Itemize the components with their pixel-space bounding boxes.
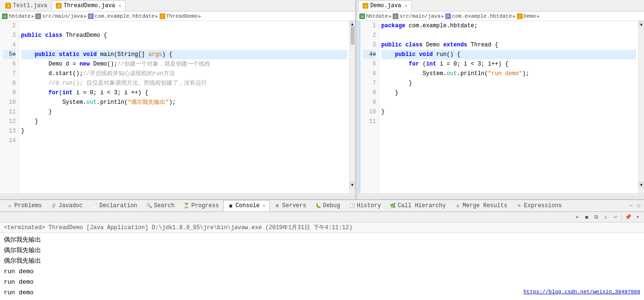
maximize-panel-btn[interactable]: □ (635, 202, 642, 209)
tab-demo-label: Demo.java (370, 2, 401, 9)
left-code-content[interactable]: public class ThreadDemo { public static … (19, 21, 349, 193)
tab-console-close[interactable]: ✕ (263, 203, 266, 209)
breadcrumb-class[interactable]: ThreadDemo (166, 13, 198, 19)
pin-btn[interactable]: 📌 (624, 213, 633, 222)
console-line-text: 偶尔我先输出 (4, 245, 41, 256)
left-scrollbar-y[interactable]: ▲ ▼ (349, 21, 355, 193)
scroll-thumb[interactable] (351, 26, 354, 45)
code-line: d.start();//开启线程并知心该线程的run方法 (21, 69, 347, 78)
line-num: 9 (363, 98, 376, 107)
tab-demo[interactable]: J Demo.java ✕ (358, 0, 412, 11)
scroll-down-btn[interactable]: ▼ (639, 182, 644, 188)
code-line (381, 98, 636, 107)
right-scrollbar-y[interactable]: ▲ ▼ (638, 21, 644, 193)
tab-demo-close[interactable]: ✕ (405, 3, 408, 9)
line-num: 9 (3, 88, 16, 98)
tab-mergeresults[interactable]: ⚓ Merge Results (450, 200, 512, 211)
breadcrumb-root-icon: H (2, 13, 8, 19)
tab-mergeresults-label: Merge Results (462, 202, 507, 209)
tab-threaddemo[interactable]: J ThreadDemo.java ✕ (52, 0, 126, 11)
minimize-panel-btn[interactable]: ─ (628, 202, 634, 209)
tab-progress[interactable]: ⏳ Progress (179, 200, 223, 211)
console-line: run demo (4, 267, 640, 277)
line-num: 2 (363, 31, 376, 40)
breadcrumb-sep3: ▶ (156, 13, 159, 19)
tab-servers-label: Servers (282, 202, 306, 209)
line-num: 14 (3, 136, 16, 145)
left-line-numbers: 2 3 4 5⊕ 6 7 8 9 10 11 12 13 14 (0, 21, 19, 193)
tab-callhierarchy[interactable]: 🌿 Call Hierarchy (385, 200, 450, 211)
tab-search[interactable]: 🔍 Search (141, 200, 179, 211)
left-breadcrumb: H hbtdate ▶ S src/main/java ▶ P com.exam… (0, 11, 355, 21)
tab-servers[interactable]: ⚙ Servers (270, 200, 311, 211)
console-header-text: <terminated> ThreadDemo [Java Applicatio… (4, 223, 353, 232)
csdn-link[interactable]: https://blog.csdn.net/weixin_39497088 (524, 287, 640, 297)
view-menu-btn[interactable]: ▾ (633, 213, 642, 222)
line-num: 12 (3, 117, 16, 126)
copy-btn[interactable]: ⧉ (592, 213, 601, 222)
breadcrumb-sep3: ▶ (513, 13, 516, 19)
console-line: 偶尔我先输出 (4, 245, 640, 256)
scroll-up-btn[interactable]: ▲ (639, 21, 644, 27)
tab-declaration[interactable]: 📄 Declaration (87, 200, 141, 211)
console-line-text: run demo (4, 267, 33, 277)
scroll-down-btn[interactable]: ▼ (350, 182, 355, 188)
tab-javadoc[interactable]: @ Javadoc (46, 200, 87, 211)
svg-text:J: J (7, 4, 9, 8)
scroll-lock-btn[interactable]: ⇓ (601, 213, 610, 222)
tab-console[interactable]: ▣ Console ✕ (223, 200, 269, 211)
tab-test1[interactable]: J Test1.java (1, 0, 52, 11)
word-wrap-btn[interactable]: ⏎ (611, 213, 620, 222)
left-editor-pane: J Test1.java J ThreadDemo.java ✕ H hbtda… (0, 0, 355, 199)
code-line: for (int i = 0; i < 3; i++) { (381, 59, 636, 69)
breadcrumb-src[interactable]: src/main/java (42, 13, 83, 19)
breadcrumb-item[interactable]: hbtdate (9, 13, 31, 19)
java-icon: J (5, 3, 11, 9)
tab-test1-label: Test1.java (13, 2, 47, 9)
code-line: System.out.println("run demo"); (381, 69, 636, 78)
svg-text:P: P (90, 15, 92, 19)
tab-problems[interactable]: ⚠ Problems (2, 200, 46, 211)
progress-icon: ⏳ (183, 202, 190, 209)
code-line (21, 136, 347, 145)
code-line-active: public void run() { (381, 50, 636, 59)
code-line (381, 117, 636, 126)
code-line: } (381, 78, 636, 88)
console-line-text: 偶尔我先输出 (4, 256, 41, 267)
svg-text:C: C (518, 15, 520, 19)
tab-javadoc-label: Javadoc (59, 202, 83, 209)
tab-expressions[interactable]: ✎ Expressions (512, 200, 566, 211)
breadcrumb-pkg[interactable]: com.example.hbtdate (95, 13, 154, 19)
clear-console-btn[interactable]: ✕ (573, 213, 581, 222)
stop-btn[interactable]: ◼ (582, 213, 591, 222)
left-tab-bar: J Test1.java J ThreadDemo.java ✕ (0, 0, 355, 11)
breadcrumb-root-icon: H (359, 13, 365, 19)
problems-icon: ⚠ (6, 202, 13, 209)
tab-threaddemo-close[interactable]: ✕ (118, 3, 121, 9)
console-output[interactable]: 偶尔我先输出 偶尔我先输出 偶尔我先输出 run demo run demo r… (0, 233, 644, 300)
right-editor-pane: J Demo.java ✕ H hbtdate ▶ S src/main/jav… (357, 0, 644, 199)
left-scrollbar-x[interactable] (0, 193, 355, 199)
breadcrumb-hbtdate[interactable]: hbtdate (366, 13, 388, 19)
tab-history[interactable]: 🕐 History (344, 200, 385, 211)
code-line: } (21, 107, 347, 117)
code-line-active: public static void main(String[] args) { (21, 50, 347, 59)
code-line: package com.example.hbtdate; (381, 21, 636, 31)
tab-threaddemo-label: ThreadDemo.java (64, 2, 115, 9)
right-breadcrumb: H hbtdate ▶ S src/main/java ▶ P com.exam… (357, 11, 644, 21)
line-num-active: 4⊕ (363, 50, 376, 59)
right-scrollbar-x[interactable] (357, 193, 644, 199)
tab-debug[interactable]: 🐛 Debug (311, 200, 344, 211)
line-num: 6 (3, 59, 16, 69)
right-tab-bar: J Demo.java ✕ (357, 0, 644, 11)
breadcrumb-demo[interactable]: Demo (524, 13, 536, 19)
line-num: 13 (3, 126, 16, 136)
breadcrumb-pkg[interactable]: com.example.hbtdate (452, 13, 512, 19)
console-line-text: 偶尔我先输出 (4, 235, 41, 245)
breadcrumb-sep2: ▶ (84, 13, 87, 19)
right-code-content[interactable]: package com.example.hbtdate; public clas… (379, 21, 638, 193)
code-line: System.out.println("偶尔我先输出"); (21, 98, 347, 107)
breadcrumb-src[interactable]: src/main/java (399, 13, 440, 19)
breadcrumb-folder-icon: S (393, 13, 398, 19)
line-num: 10 (3, 98, 16, 107)
